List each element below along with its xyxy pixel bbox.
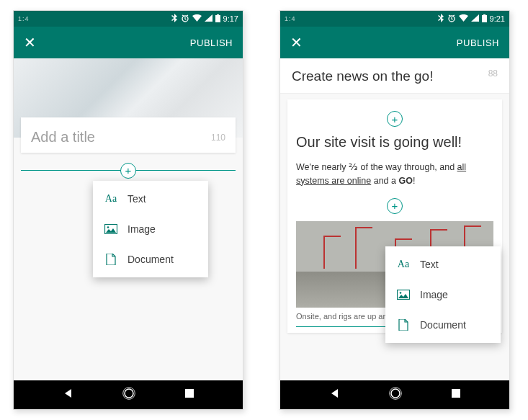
- body-text: and a: [371, 176, 398, 186]
- menu-item-label: Image: [127, 223, 156, 235]
- status-bar: 1:4 9:17: [14, 11, 243, 27]
- menu-item-text[interactable]: Aa Text: [385, 249, 501, 280]
- nav-home-icon[interactable]: [122, 387, 135, 403]
- nav-bar: [14, 380, 243, 409]
- title-char-count: 110: [211, 133, 225, 143]
- status-carrier: 1:4: [285, 15, 296, 22]
- menu-item-image[interactable]: Image: [385, 280, 501, 310]
- svg-point-12: [400, 292, 402, 294]
- menu-item-document[interactable]: Document: [93, 244, 208, 274]
- svg-rect-7: [185, 389, 194, 398]
- menu-item-label: Text: [420, 259, 439, 270]
- alarm-icon: [447, 14, 456, 24]
- publish-button[interactable]: PUBLISH: [190, 37, 233, 48]
- svg-rect-9: [482, 15, 487, 22]
- insert-menu: Aa Text Image Document: [93, 181, 208, 277]
- signal-icon: [205, 14, 212, 23]
- body-text: We're nearly ⅔ of the way through, and: [296, 162, 457, 172]
- insert-menu: Aa Text Image Document: [385, 246, 501, 343]
- status-time: 9:17: [223, 14, 238, 23]
- body-heading[interactable]: Our site visit is going well!: [296, 134, 493, 151]
- publish-button[interactable]: PUBLISH: [457, 37, 499, 48]
- document-icon: [397, 318, 410, 331]
- menu-item-label: Text: [127, 193, 146, 205]
- bluetooth-icon: [171, 14, 178, 24]
- text-icon: Aa: [104, 192, 117, 205]
- document-icon: [104, 253, 117, 266]
- nav-back-icon[interactable]: [63, 388, 74, 402]
- status-carrier: 1:4: [18, 15, 30, 22]
- content-area: Add a title 110 + Aa Text Image: [14, 58, 243, 380]
- nav-recent-icon[interactable]: [451, 388, 461, 401]
- close-icon[interactable]: ✕: [24, 34, 36, 51]
- battery-icon: [482, 14, 487, 24]
- image-icon: [104, 223, 117, 236]
- add-content-button[interactable]: +: [387, 198, 403, 214]
- wifi-icon: [459, 14, 468, 23]
- page-title[interactable]: Create news on the go!: [292, 68, 433, 84]
- menu-item-label: Document: [420, 319, 466, 331]
- body-bold: GO: [398, 176, 412, 186]
- content-area: Create news on the go! 88 + Our site vis…: [280, 58, 509, 380]
- menu-item-label: Document: [127, 254, 174, 265]
- insert-divider: +: [21, 170, 236, 171]
- title-input[interactable]: Add a title: [31, 129, 95, 146]
- svg-point-5: [125, 389, 133, 398]
- svg-rect-2: [217, 14, 219, 16]
- add-content-button[interactable]: +: [120, 163, 136, 179]
- body-paragraph[interactable]: We're nearly ⅔ of the way through, and a…: [296, 161, 493, 188]
- status-time: 9:21: [490, 14, 505, 23]
- phone-right: 1:4 9:21 ✕ PUBLISH Create news on t: [279, 10, 510, 410]
- svg-rect-1: [215, 15, 220, 22]
- close-icon[interactable]: ✕: [290, 34, 303, 51]
- bluetooth-icon: [437, 14, 444, 24]
- svg-rect-10: [483, 14, 486, 16]
- alarm-icon: [181, 14, 189, 24]
- menu-item-text[interactable]: Aa Text: [93, 184, 208, 214]
- svg-point-13: [391, 389, 400, 398]
- phone-left: 1:4 9:17 ✕ PUBLISH Ad: [13, 10, 243, 410]
- battery-icon: [215, 14, 220, 24]
- wifi-icon: [192, 14, 202, 23]
- svg-rect-15: [452, 389, 460, 398]
- nav-back-icon[interactable]: [329, 388, 341, 402]
- nav-bar: [280, 380, 509, 409]
- signal-icon: [471, 14, 479, 23]
- menu-item-image[interactable]: Image: [93, 214, 208, 244]
- svg-point-4: [107, 226, 109, 228]
- title-card[interactable]: Add a title 110: [21, 117, 236, 153]
- menu-item-label: Image: [420, 289, 448, 300]
- app-bar: ✕ PUBLISH: [14, 27, 243, 58]
- title-char-count: 88: [488, 68, 498, 79]
- nav-recent-icon[interactable]: [184, 388, 194, 401]
- add-content-button[interactable]: +: [387, 111, 403, 127]
- page-header: Create news on the go! 88: [280, 58, 509, 94]
- image-icon: [397, 288, 410, 301]
- nav-home-icon[interactable]: [389, 387, 402, 403]
- app-bar: ✕ PUBLISH: [280, 27, 509, 58]
- status-bar: 1:4 9:21: [280, 11, 509, 27]
- body-text: !: [413, 176, 415, 186]
- text-icon: Aa: [397, 258, 410, 271]
- menu-item-document[interactable]: Document: [385, 310, 501, 340]
